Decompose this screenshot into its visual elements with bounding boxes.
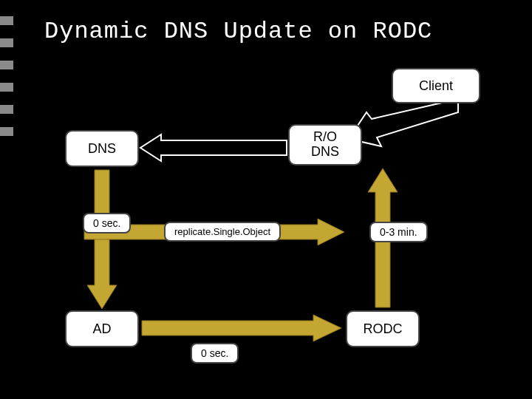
node-rodc: RODC: [346, 310, 420, 347]
label-replicate: replicate.Single.Object: [164, 222, 281, 242]
node-rodc-label: RODC: [364, 321, 403, 337]
node-client: Client: [392, 68, 480, 103]
svg-marker-1: [140, 134, 287, 161]
label-zero-sec-1: 0 sec.: [83, 213, 131, 233]
node-ro-dns: R/O DNS: [288, 124, 362, 166]
node-dns-label: DNS: [88, 141, 116, 157]
svg-marker-3: [142, 315, 341, 341]
node-dns: DNS: [65, 130, 139, 167]
node-ro-dns-line1: R/O: [311, 130, 339, 145]
slide-stage: Dynamic DNS Update on RODC Client R/O DN…: [0, 0, 532, 399]
label-zero-sec-2: 0 sec.: [191, 343, 239, 364]
arrow-ad-to-rodc-short: [142, 315, 341, 341]
arrow-rodns-to-dns: [139, 134, 287, 161]
node-ro-dns-line2: DNS: [311, 145, 339, 160]
slide-title: Dynamic DNS Update on RODC: [44, 18, 432, 45]
svg-marker-0: [349, 99, 458, 146]
decorative-stripes: [0, 16, 13, 142]
node-ad-label: AD: [92, 321, 111, 337]
label-zero-to-three-min: 0-3 min.: [369, 222, 428, 242]
node-ad: AD: [65, 310, 139, 347]
node-client-label: Client: [419, 78, 453, 94]
